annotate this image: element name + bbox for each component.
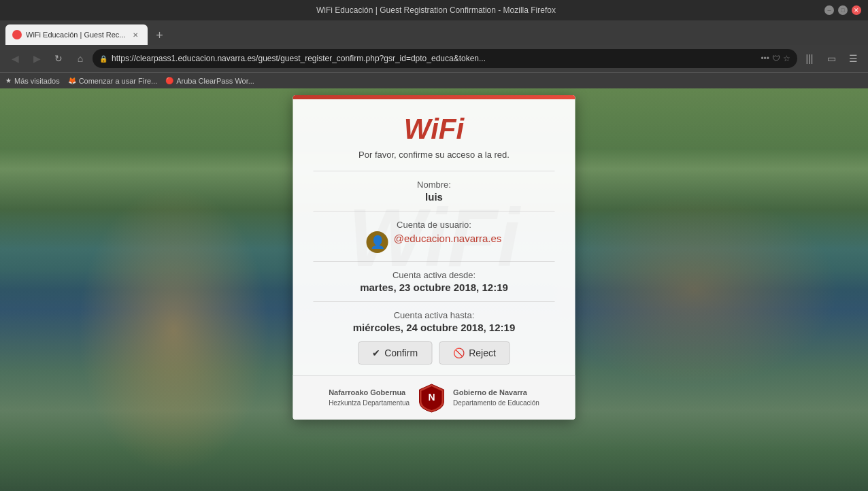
divider-2 xyxy=(314,211,555,211)
wifi-title: WiFi xyxy=(314,113,555,146)
card-body: WiFi Por favor, confirme su acceso a la … xyxy=(293,99,575,365)
navarra-shield-logo: N xyxy=(418,383,445,413)
cuenta-label: Cuenta de usuario: xyxy=(314,220,555,230)
aruba-icon: 🔴 xyxy=(165,77,173,84)
close-button[interactable]: ✕ xyxy=(852,5,861,15)
bookmark-firefox[interactable]: 🦊 Comenzar a usar Fire... xyxy=(68,77,158,85)
activa-hasta-value: miércoles, 24 octubre 2018, 12:19 xyxy=(314,322,555,333)
star-icon[interactable]: ☆ xyxy=(783,54,790,63)
confirm-check-icon: ✔ xyxy=(372,348,380,358)
new-tab-button[interactable]: + xyxy=(150,26,169,45)
home-button[interactable]: ⌂ xyxy=(71,49,90,68)
more-options-icon[interactable]: ••• xyxy=(761,54,769,63)
bookmarks-library-icon[interactable]: ||| xyxy=(800,49,819,68)
card-content-wrapper: WiFi WiFi Por favor, confirme su acceso … xyxy=(293,99,575,375)
footer-left-sub: Hezkuntza Departamentua xyxy=(329,399,410,408)
browser-chrome: WiFi Educación | Guest Registration Conf… xyxy=(0,0,868,88)
nav-bar: ◀ ▶ ↻ ⌂ 🔒 https://clearpass1.educacion.n… xyxy=(0,45,868,72)
activa-desde-value: martes, 23 octubre 2018, 12:19 xyxy=(314,282,555,293)
reject-button[interactable]: 🚫 Reject xyxy=(439,341,510,365)
avatar: 👤 xyxy=(367,231,388,253)
user-account-row: 👤 @educacion.navarra.es xyxy=(314,231,555,253)
active-tab[interactable]: WiFi Educación | Guest Rec... ✕ xyxy=(5,24,148,45)
menu-button[interactable]: ☰ xyxy=(844,49,863,68)
action-buttons: ✔ Confirm 🚫 Reject xyxy=(314,341,555,365)
page-content: WiFi WiFi Por favor, confirme su acceso … xyxy=(0,88,868,491)
back-button[interactable]: ◀ xyxy=(5,49,24,68)
reload-button[interactable]: ↻ xyxy=(49,49,68,68)
activa-desde-label: Cuenta activa desde: xyxy=(314,270,555,280)
window-title: WiFi Educación | Guest Registration Conf… xyxy=(48,5,824,15)
divider-1 xyxy=(314,171,555,171)
registration-modal: WiFi WiFi Por favor, confirme su acceso … xyxy=(293,95,575,420)
reject-label: Reject xyxy=(469,348,496,358)
divider-4 xyxy=(314,301,555,302)
tab-bar: WiFi Educación | Guest Rec... ✕ + xyxy=(0,20,868,45)
svg-text:N: N xyxy=(428,392,435,403)
url-text: https://clearpass1.educacion.navarra.es/… xyxy=(112,54,756,63)
confirm-label: Confirm xyxy=(384,348,418,358)
address-bar[interactable]: 🔒 https://clearpass1.educacion.navarra.e… xyxy=(93,49,797,68)
confirm-button[interactable]: ✔ Confirm xyxy=(358,341,432,365)
reject-no-icon: 🚫 xyxy=(453,348,465,358)
footer-right-bold: Gobierno de Navarra xyxy=(453,388,539,398)
synced-tabs-icon[interactable]: ▭ xyxy=(822,49,841,68)
bookmark-most-visited[interactable]: ★ Más visitados xyxy=(5,77,60,85)
minimize-button[interactable]: – xyxy=(824,5,834,15)
nombre-value: luis xyxy=(314,191,555,203)
footer-left-bold: Nafarroako Gobernua xyxy=(329,388,410,398)
footer-logo-right: Gobierno de Navarra Departamento de Educ… xyxy=(453,388,539,407)
tab-favicon xyxy=(12,30,22,39)
star-icon: ★ xyxy=(5,77,12,84)
tab-title: WiFi Educación | Guest Rec... xyxy=(26,31,126,39)
footer-text-left: Nafarroako Gobernua Hezkuntza Departamen… xyxy=(329,388,410,407)
firefox-icon: 🦊 xyxy=(68,77,76,84)
activa-hasta-label: Cuenta activa hasta: xyxy=(314,310,555,320)
bookmark-container-icon[interactable]: 🛡 xyxy=(772,54,780,63)
tab-close-button[interactable]: ✕ xyxy=(130,29,141,40)
bookmark-label: Comenzar a usar Fire... xyxy=(79,77,158,85)
footer-right-sub: Departamento de Educación xyxy=(453,399,539,408)
bookmark-label: Aruba ClearPass Wor... xyxy=(176,77,254,85)
title-bar: WiFi Educación | Guest Registration Conf… xyxy=(0,0,868,20)
address-bar-icons: ••• 🛡 ☆ xyxy=(761,54,790,63)
bookmark-label: Más visitados xyxy=(14,77,60,85)
bookmark-aruba[interactable]: 🔴 Aruba ClearPass Wor... xyxy=(165,77,254,85)
footer-logo-left: Nafarroako Gobernua Hezkuntza Departamen… xyxy=(329,388,410,407)
card-footer: Nafarroako Gobernua Hezkuntza Departamen… xyxy=(293,375,575,420)
nombre-label: Nombre: xyxy=(314,180,555,190)
maximize-button[interactable]: □ xyxy=(838,5,848,15)
window-controls: – □ ✕ xyxy=(824,5,861,15)
divider-3 xyxy=(314,261,555,262)
security-icon: 🔒 xyxy=(99,55,107,63)
cuenta-value: @educacion.navarra.es xyxy=(394,233,502,244)
forward-button[interactable]: ▶ xyxy=(27,49,46,68)
subtitle: Por favor, confirme su acceso a la red. xyxy=(314,150,555,160)
bookmarks-bar: ★ Más visitados 🦊 Comenzar a usar Fire..… xyxy=(0,72,868,88)
footer-text-right: Gobierno de Navarra Departamento de Educ… xyxy=(453,388,539,407)
